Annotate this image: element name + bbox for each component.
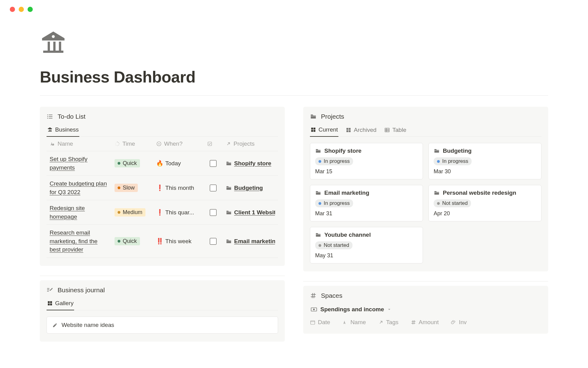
- select-icon: [156, 141, 162, 147]
- window-traffic-lights: [0, 0, 588, 12]
- svg-rect-31: [311, 130, 313, 132]
- checkbox[interactable]: [210, 160, 217, 167]
- project-card[interactable]: BudgetingIn progressMar 30: [428, 143, 541, 179]
- svg-rect-39: [435, 150, 439, 151]
- project-card[interactable]: Personal website redesignNot startedApr …: [428, 185, 541, 221]
- svg-rect-20: [226, 241, 231, 241]
- folder-icon: [310, 113, 317, 120]
- when-icon: ❗: [156, 184, 164, 191]
- when-icon: ❗: [156, 209, 164, 216]
- pencil-list-icon: [47, 287, 53, 293]
- task-name[interactable]: Research email marketing, find the best …: [50, 228, 108, 254]
- svg-rect-18: [226, 187, 231, 188]
- col-checkbox[interactable]: [204, 137, 222, 151]
- project-link[interactable]: Email marketing: [226, 238, 275, 245]
- text-icon: [342, 320, 348, 325]
- checkbox[interactable]: [210, 238, 217, 245]
- time-tag[interactable]: Medium: [115, 208, 145, 217]
- task-name[interactable]: Set up Shopify payments: [50, 155, 108, 172]
- journal-panel-header[interactable]: Business journal: [47, 286, 278, 294]
- task-name[interactable]: Redesign site homepage: [50, 204, 108, 221]
- svg-point-10: [118, 145, 119, 145]
- building-icon: [40, 30, 67, 57]
- card-date: May 31: [315, 252, 418, 259]
- col-time[interactable]: Time: [111, 137, 153, 151]
- card-date: Apr 20: [434, 210, 536, 217]
- svg-point-44: [313, 309, 315, 310]
- col-when[interactable]: When?: [153, 137, 204, 151]
- project-card[interactable]: Email marketingIn progressMar 31: [310, 185, 423, 221]
- when-cell[interactable]: ❗This quar...: [156, 209, 201, 216]
- table-row[interactable]: Create budgeting plan for Q3 2022Slow❗Th…: [47, 176, 278, 200]
- close-window-icon[interactable]: [10, 7, 15, 12]
- status-pill: Not started: [315, 241, 352, 249]
- col-name[interactable]: Name: [47, 137, 111, 151]
- spaces-panel-header[interactable]: Spaces: [310, 292, 541, 299]
- spaces-title: Spaces: [321, 292, 342, 299]
- svg-rect-27: [50, 304, 52, 305]
- svg-point-9: [119, 144, 119, 144]
- task-name[interactable]: Create budgeting plan for Q3 2022: [50, 179, 108, 196]
- right-column: Projects CurrentArchivedTable Shopify st…: [303, 107, 548, 351]
- journal-card[interactable]: Website name ideas: [47, 316, 278, 334]
- col-name[interactable]: Name: [342, 319, 366, 326]
- svg-rect-32: [314, 130, 315, 132]
- spaces-subview[interactable]: Spendings and income: [310, 303, 392, 316]
- project-card[interactable]: Youtube channelNot startedMay 31: [310, 227, 423, 263]
- svg-rect-26: [48, 304, 50, 305]
- todo-panel: To-do List Business Name Time When?: [40, 107, 285, 266]
- svg-rect-19: [226, 212, 231, 212]
- svg-point-12: [115, 145, 116, 145]
- svg-rect-22: [47, 289, 49, 290]
- chevron-down-icon: [387, 307, 391, 312]
- project-card[interactable]: Shopify storeIn progressMar 15: [310, 143, 423, 179]
- calendar-icon: [310, 320, 315, 325]
- loading-icon: [115, 141, 120, 147]
- todo-panel-header[interactable]: To-do List: [47, 113, 278, 120]
- tab-label: Business: [55, 126, 79, 133]
- card-title: Shopify store: [315, 148, 418, 154]
- col-tags[interactable]: Tags: [378, 319, 398, 326]
- time-tag[interactable]: Quick: [115, 159, 140, 167]
- relation-icon: [378, 320, 384, 325]
- table-header-row: Name Time When? Projects: [47, 137, 278, 151]
- card-title: Budgeting: [434, 148, 536, 154]
- projects-panel-header[interactable]: Projects: [310, 113, 541, 120]
- svg-rect-28: [311, 116, 316, 116]
- svg-rect-6: [49, 118, 52, 119]
- table-row[interactable]: Redesign site homepageMedium❗This quar..…: [47, 200, 278, 225]
- project-link[interactable]: Client 1 Websit: [226, 209, 275, 216]
- hash-icon: [310, 292, 317, 299]
- col-date[interactable]: Date: [310, 319, 330, 326]
- project-link[interactable]: Shopify store: [226, 160, 275, 167]
- page-content: Business Dashboard To-do List Business: [0, 12, 588, 351]
- tab-table[interactable]: Table: [384, 124, 407, 136]
- maximize-window-icon[interactable]: [28, 7, 33, 12]
- tab-business[interactable]: Business: [47, 124, 79, 137]
- when-cell[interactable]: ❗This month: [156, 184, 201, 191]
- svg-point-7: [117, 142, 118, 142]
- relation-icon: [226, 141, 231, 147]
- page-icon[interactable]: [40, 30, 548, 59]
- col-invoice[interactable]: Inv: [451, 319, 466, 326]
- checkbox[interactable]: [210, 209, 217, 216]
- col-amount[interactable]: Amount: [411, 319, 439, 326]
- table-row[interactable]: Set up Shopify paymentsQuick🔥TodayShopif…: [47, 151, 278, 176]
- tab-archived[interactable]: Archived: [345, 124, 377, 136]
- tab-gallery[interactable]: Gallery: [47, 297, 74, 310]
- project-link[interactable]: Budgeting: [226, 185, 275, 191]
- card-date: Mar 30: [434, 168, 536, 175]
- minimize-window-icon[interactable]: [19, 7, 24, 12]
- time-tag[interactable]: Slow: [115, 184, 138, 192]
- checkbox[interactable]: [210, 185, 217, 191]
- when-cell[interactable]: 🔥Today: [156, 160, 201, 167]
- svg-rect-16: [208, 142, 212, 146]
- todo-view-tabs: Business: [47, 124, 278, 137]
- tab-label: Table: [392, 127, 406, 133]
- tab-current[interactable]: Current: [310, 124, 338, 137]
- table-row[interactable]: Research email marketing, find the best …: [47, 225, 278, 258]
- time-tag[interactable]: Quick: [115, 237, 140, 245]
- col-projects[interactable]: Projects: [223, 137, 278, 151]
- spaces-subview-label: Spendings and income: [320, 306, 384, 313]
- when-cell[interactable]: ‼️This week: [156, 238, 201, 245]
